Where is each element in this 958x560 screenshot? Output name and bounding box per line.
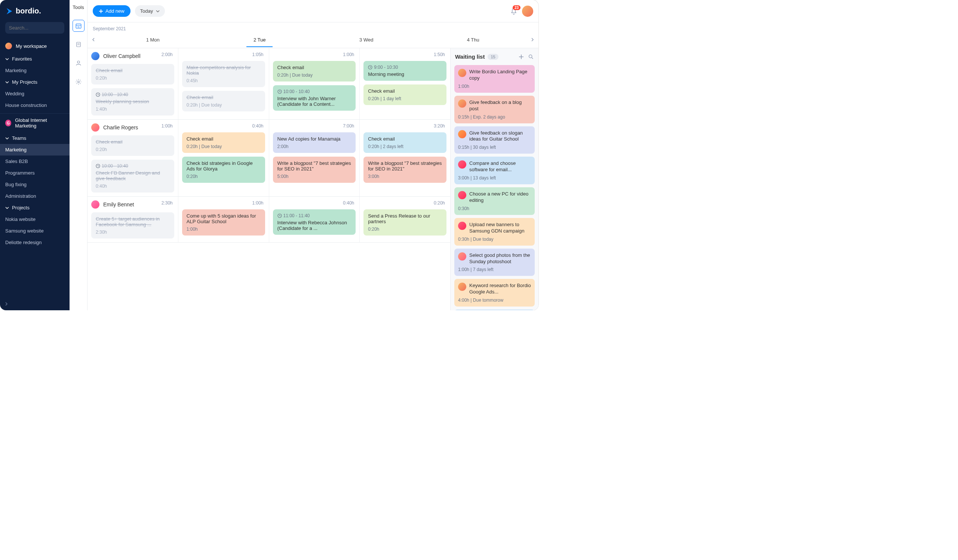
user-avatar[interactable] [522,6,533,17]
card-title: Write a blogpost "7 best strategies for … [278,160,352,171]
task-card[interactable]: Check email0:20h | 1 day left [363,84,446,105]
task-card[interactable]: Check email0:20h | Due today [273,61,356,81]
card-title: Check FB Banner Design and give feedback [96,170,170,181]
brand-logo[interactable]: bordio. [0,0,70,22]
sidebar-item-my-project[interactable]: Wedding [0,88,70,100]
task-card[interactable]: Check email0:20h | Due today [182,132,265,153]
task-card[interactable]: Write a blogpost "7 best strategies for … [273,157,356,183]
day-header[interactable]: 4 Thu [420,37,527,43]
day-total: 7:00h [343,123,355,128]
task-card[interactable]: 10:00 - 10:40Interview with John Warner … [273,85,356,111]
sidebar-collapse-button[interactable] [0,298,70,310]
projects-header[interactable]: Projects [0,202,70,213]
task-card[interactable]: 9:00 - 10:30Morning meeting [363,61,446,81]
waiting-card[interactable]: Give feedback on slogan ideas for Guitar… [454,126,535,154]
task-card[interactable]: Check bid strategies in Google Ads for G… [182,157,265,183]
waiting-card-title: Write Bordio Landing Page copy [469,69,531,81]
search-icon[interactable] [528,54,534,60]
task-card[interactable]: Write a blogpost "7 best strategies for … [363,157,446,183]
person-header[interactable]: Emily Bennet [91,200,134,209]
settings-tool-button[interactable] [73,76,84,88]
person-header[interactable]: Oliver Campbell [91,52,141,60]
my-projects-header[interactable]: My Projects [0,76,70,88]
chevron-down-icon [156,10,160,13]
people-tool-button[interactable] [73,57,84,69]
task-card[interactable]: 10:00 - 10:40Weekly planning session1:40… [91,88,174,116]
card-meta: 1:00h [187,227,261,232]
waiting-card[interactable]: Give feedback on a blog post0:15h | Exp.… [454,96,535,123]
avatar-icon [91,200,100,209]
task-card[interactable]: Check email0:20h [91,64,174,84]
waiting-card[interactable]: Compare and choose software for email... [454,309,535,310]
day-cell: 1:00hCheck email0:20h | Due today10:00 -… [269,48,360,119]
person-group: Oliver Campbell2:00hCheck email0:20h10:0… [87,48,450,120]
topbar: Add new Today 23 [87,0,538,22]
waiting-card[interactable]: Select good photos from the Sunday photo… [454,249,535,276]
day-header[interactable]: 1 Mon [100,37,206,43]
card-title: Interview with Rebecca Johnson (Candidat… [278,220,352,231]
sidebar-item-project[interactable]: Samsung website [0,225,70,236]
card-time: 9:00 - 10:30 [374,65,398,70]
task-card[interactable]: Come up with 5 slogan ideas for ALP Guit… [182,209,265,235]
waiting-card[interactable]: Compare and choose software for email...… [454,157,535,184]
task-card[interactable]: Check email0:20h [91,135,174,156]
notes-icon [75,41,82,48]
favorites-header[interactable]: Favorites [0,53,70,65]
svg-point-8 [78,61,80,63]
card-title: Check email [96,139,170,145]
waiting-card[interactable]: Write Bordio Landing Page copy1:00h [454,65,535,93]
teams-header[interactable]: Teams [0,132,70,144]
sidebar-item-team[interactable]: Administration [0,190,70,202]
task-card[interactable]: 10:00 - 10:40Check FB Banner Design and … [91,160,174,192]
waiting-card[interactable]: Upload new banners to Samsung GDN campai… [454,218,535,246]
waiting-card-title: Choose a new PC for video editing [469,191,531,204]
day-header[interactable]: 2 Tue [206,37,313,43]
sidebar-item-team[interactable]: Bug fixing [0,179,70,190]
day-header[interactable]: 3 Wed [313,37,420,43]
notes-tool-button[interactable] [73,38,84,51]
waiting-card[interactable]: Keyword research for Bordio Google Ads..… [454,279,535,306]
waiting-card-title: Keyword research for Bordio Google Ads..… [469,282,531,295]
task-card[interactable]: 11:00 - 11:40Interview with Rebecca John… [273,209,356,235]
sidebar-item-project[interactable]: Nokia website [0,213,70,225]
avatar-icon [458,160,466,168]
card-meta: 5:00h [278,174,352,179]
task-card[interactable]: Make competitors analysis for Nokia0:45h [182,61,265,87]
day-cell: 1:00hCome up with 5 slogan ideas for ALP… [178,197,269,242]
next-week-button[interactable] [527,38,538,41]
org-selector[interactable]: G Global Internet Marketing [0,114,70,132]
card-title: Weekly planning session [96,99,170,104]
sidebar-item-team[interactable]: Programmers [0,167,70,179]
day-cell: Emily Bennet2:30hCreate 5+ target audien… [87,197,178,242]
sidebar-item-team[interactable]: Sales B2B [0,155,70,167]
sidebar-item-favorite[interactable]: Marketing [0,65,70,76]
search-input[interactable] [5,22,64,33]
card-title: Check email [187,95,261,100]
notifications-button[interactable]: 23 [510,8,517,15]
task-card[interactable]: Send a Press Release to our partners0:20… [363,209,446,235]
task-card[interactable]: Check email0:20h | 2 days left [363,132,446,153]
task-card[interactable]: Create 5+ target audiences in Facebook f… [91,213,174,238]
sidebar-item-team[interactable]: Marketing [0,144,70,155]
waiting-card[interactable]: Choose a new PC for video editing0:30h [454,187,535,215]
prev-week-button[interactable] [87,38,100,41]
chevron-down-icon [5,206,9,210]
add-new-button[interactable]: Add new [93,5,130,17]
card-title: Check bid strategies in Google Ads for G… [187,160,261,171]
gear-icon [75,78,82,85]
sidebar-item-my-project[interactable]: House construction [0,100,70,111]
person-group: Emily Bennet2:30hCreate 5+ target audien… [87,197,450,243]
plus-icon[interactable] [518,54,524,60]
workspace-selector[interactable]: My workspace [0,39,70,53]
person-header[interactable]: Charlie Rogers [91,123,138,132]
task-card[interactable]: New Ad copies for Manamaja2:00h [273,132,356,153]
card-title: Check email [187,136,261,142]
calendar-tool-button[interactable]: 31 [73,20,84,32]
day-cell: Charlie Rogers1:00hCheck email0:20h10:00… [87,120,178,196]
waiting-card-meta: 0:15h | 30 days left [458,145,531,150]
sidebar-item-project[interactable]: Deliotte redesign [0,236,70,248]
today-button[interactable]: Today [135,5,165,17]
task-card[interactable]: Check email0:20h | Due today [182,91,265,111]
search-field[interactable] [9,25,72,31]
card-meta: 0:20h [187,174,261,179]
